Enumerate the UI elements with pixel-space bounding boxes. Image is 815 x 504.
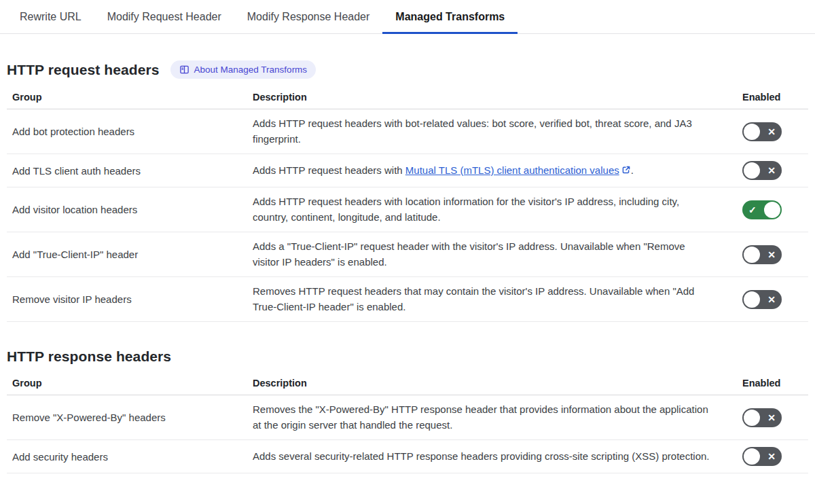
table-row: Add bot protection headersAdds HTTP requ… bbox=[7, 109, 808, 154]
group-cell: Remove visitor IP headers bbox=[7, 277, 247, 322]
table-row: Add TLS client auth headersAdds HTTP req… bbox=[7, 154, 808, 187]
table-row: Add security headersAdds several securit… bbox=[7, 440, 808, 473]
enabled-toggle[interactable]: ✓✕ bbox=[742, 408, 782, 427]
toggle-knob bbox=[764, 202, 780, 218]
enabled-cell: ✓✕ bbox=[737, 109, 808, 154]
http-response-headers-section: HTTP response headers Group Description … bbox=[7, 348, 808, 473]
section-header: HTTP response headers bbox=[7, 348, 808, 365]
enabled-toggle[interactable]: ✓✕ bbox=[742, 161, 782, 180]
description-cell: Removes the "X-Powered-By" HTTP response… bbox=[247, 395, 737, 440]
enabled-cell: ✓✕ bbox=[737, 187, 808, 232]
group-cell: Add visitor location headers bbox=[7, 187, 247, 232]
column-header-description: Description bbox=[247, 87, 737, 109]
book-icon bbox=[179, 65, 189, 75]
toggle-knob bbox=[744, 124, 760, 140]
description-cell: Adds HTTP request headers with location … bbox=[247, 187, 737, 232]
column-header-enabled: Enabled bbox=[737, 87, 808, 109]
toggle-knob bbox=[744, 162, 760, 179]
enabled-cell: ✓✕ bbox=[737, 440, 808, 473]
enabled-toggle[interactable]: ✓✕ bbox=[742, 447, 782, 466]
enabled-toggle[interactable]: ✓✕ bbox=[742, 290, 782, 309]
enabled-cell: ✓✕ bbox=[737, 232, 808, 277]
badge-label: About Managed Transforms bbox=[194, 65, 308, 75]
enabled-toggle[interactable]: ✓✕ bbox=[742, 122, 782, 141]
table-row: Add "True-Client-IP" headerAdds a "True-… bbox=[7, 232, 808, 277]
column-header-description: Description bbox=[247, 373, 737, 395]
description-cell: Adds HTTP request headers with bot-relat… bbox=[247, 109, 737, 154]
group-cell: Remove "X-Powered-By" headers bbox=[7, 395, 247, 440]
toggle-knob bbox=[744, 247, 760, 263]
enabled-toggle[interactable]: ✓✕ bbox=[742, 245, 782, 264]
tab-modify-request-header[interactable]: Modify Request Header bbox=[94, 0, 234, 33]
http-request-headers-section: HTTP request headers About Managed Trans… bbox=[7, 60, 808, 322]
enabled-cell: ✓✕ bbox=[737, 154, 808, 187]
description-cell: Removes HTTP request headers that may co… bbox=[247, 277, 737, 322]
tab-managed-transforms[interactable]: Managed Transforms bbox=[382, 0, 518, 33]
request-headers-table: Group Description Enabled Add bot protec… bbox=[7, 87, 808, 322]
column-header-group: Group bbox=[7, 373, 247, 395]
enabled-cell: ✓✕ bbox=[737, 277, 808, 322]
x-icon: ✕ bbox=[767, 127, 776, 137]
toggle-knob bbox=[744, 410, 760, 426]
response-headers-table: Group Description Enabled Remove "X-Powe… bbox=[7, 373, 808, 473]
toggle-knob bbox=[744, 448, 760, 465]
group-cell: Add security headers bbox=[7, 440, 247, 473]
table-header-row: Group Description Enabled bbox=[7, 87, 808, 109]
tab-bar: Rewrite URLModify Request HeaderModify R… bbox=[0, 0, 815, 34]
enabled-cell: ✓✕ bbox=[737, 395, 808, 440]
table-header-row: Group Description Enabled bbox=[7, 373, 808, 395]
x-icon: ✕ bbox=[767, 166, 776, 175]
table-row: Remove visitor IP headersRemoves HTTP re… bbox=[7, 277, 808, 322]
x-icon: ✕ bbox=[767, 250, 776, 259]
column-header-group: Group bbox=[7, 87, 247, 109]
x-icon: ✕ bbox=[767, 295, 776, 304]
table-row: Remove "X-Powered-By" headersRemoves the… bbox=[7, 395, 808, 440]
x-icon: ✕ bbox=[767, 452, 776, 461]
section-header: HTTP request headers About Managed Trans… bbox=[7, 60, 808, 79]
about-managed-transforms-badge[interactable]: About Managed Transforms bbox=[170, 60, 316, 79]
group-cell: Add bot protection headers bbox=[7, 109, 247, 154]
table-row: Add visitor location headersAdds HTTP re… bbox=[7, 187, 808, 232]
group-cell: Add TLS client auth headers bbox=[7, 154, 247, 187]
description-cell: Adds a "True-Client-IP" request header w… bbox=[247, 232, 737, 277]
check-icon: ✓ bbox=[748, 205, 757, 215]
tab-rewrite-url[interactable]: Rewrite URL bbox=[7, 0, 94, 33]
x-icon: ✕ bbox=[767, 413, 776, 422]
toggle-knob bbox=[744, 291, 760, 308]
column-header-enabled: Enabled bbox=[737, 373, 808, 395]
section-title: HTTP response headers bbox=[7, 348, 171, 365]
enabled-toggle[interactable]: ✓✕ bbox=[742, 200, 782, 219]
description-cell: Adds HTTP request headers with Mutual TL… bbox=[247, 154, 737, 187]
description-cell: Adds several security-related HTTP respo… bbox=[247, 440, 737, 473]
group-cell: Add "True-Client-IP" header bbox=[7, 232, 247, 277]
section-title: HTTP request headers bbox=[7, 62, 160, 78]
external-link-icon bbox=[621, 165, 631, 175]
tab-modify-response-header[interactable]: Modify Response Header bbox=[234, 0, 383, 33]
description-link[interactable]: Mutual TLS (mTLS) client authentication … bbox=[405, 164, 619, 176]
